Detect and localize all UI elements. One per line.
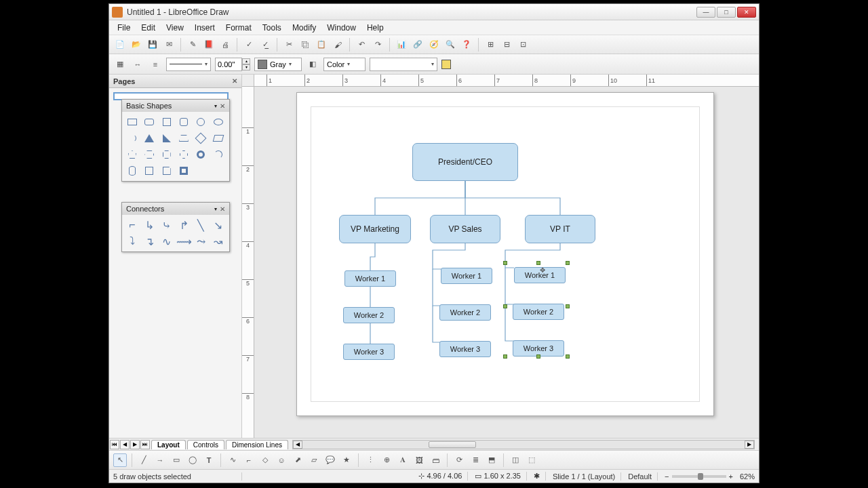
shape-pentagon[interactable] [125,147,140,162]
connector-10[interactable]: ⟿ [176,234,191,249]
tab-dimension[interactable]: Dimension Lines [226,440,288,449]
from-file-icon[interactable]: 🖼 [412,453,426,467]
connector-9[interactable]: ∿ [159,234,174,249]
menu-tools[interactable]: Tools [257,22,287,34]
pages-close-icon[interactable]: ✕ [232,77,237,85]
shadow-icon[interactable] [441,60,451,69]
arrange-icon[interactable]: ⬒ [485,453,498,467]
tab-next-icon[interactable]: ▶ [130,440,140,449]
arrow-tool-icon[interactable]: → [153,453,167,467]
box-vp-it[interactable]: VP IT [525,215,595,243]
selection-handle[interactable] [503,261,507,265]
flowchart-icon[interactable]: ▱ [307,453,321,467]
text-tool-icon[interactable]: T [202,453,216,467]
minimize-button[interactable]: — [696,7,715,18]
spin-up[interactable]: ▴ [242,58,250,64]
shape-frame[interactable] [176,163,191,178]
shape-can[interactable] [125,163,140,178]
grid-icon[interactable]: ⊞ [484,38,497,52]
selection-handle[interactable] [503,354,507,359]
format-paint-icon[interactable]: 🖌 [331,38,344,52]
points-icon[interactable]: ⋮ [363,453,377,467]
chevron-down-icon[interactable]: ▾ [214,103,217,109]
menu-file[interactable]: File [112,22,136,34]
selection-handle[interactable] [536,261,540,265]
box-sales-worker3[interactable]: Worker 3 [439,341,491,357]
glue-icon[interactable]: ⊕ [380,453,393,467]
line-color-dropdown[interactable]: Gray ▾ [254,58,302,71]
shape-ellipse[interactable] [211,115,226,129]
box-vp-marketing[interactable]: VP Marketing [339,215,411,243]
selection-handle[interactable] [566,354,570,359]
connector-8[interactable]: ↴ [142,234,157,249]
box-sales-worker1[interactable]: Worker 1 [441,268,492,284]
connector-11[interactable]: ⤳ [193,234,208,249]
connector-tool-icon[interactable]: ⌐ [242,453,256,467]
zoom-knob[interactable] [698,473,703,480]
tab-layout[interactable]: Layout [151,440,186,449]
shape-square[interactable] [159,115,174,129]
box-it-worker2[interactable]: Worker 2 [513,304,564,320]
basic-shapes-panel[interactable]: Basic Shapes ▾ ✕ [121,99,230,182]
shape-circle[interactable] [193,115,208,129]
menu-insert[interactable]: Insert [189,22,220,34]
connector-7[interactable]: ⤵ [125,234,140,249]
menu-modify[interactable]: Modify [287,22,321,34]
connector-5[interactable]: ╲ [193,218,208,232]
callout-icon[interactable]: 💬 [323,453,337,467]
connectors-panel[interactable]: Connectors ▾ ✕ ⌐ ↳ ⤷ ↱ ╲ ↘ ⤵ ↴ ∿ ⟿ ⤳ ↝ [121,202,230,252]
spin-down[interactable]: ▾ [242,64,250,70]
line-width-input[interactable] [215,58,242,71]
basic-shapes-tool-icon[interactable]: ◇ [258,453,272,467]
zoom-value[interactable]: 62% [740,472,755,481]
menu-view[interactable]: View [161,22,189,34]
selection-handle[interactable] [566,304,570,308]
shape-rounded-rect[interactable] [142,115,157,129]
copy-icon[interactable]: ⿻ [298,38,312,52]
line-style-icon[interactable]: ≡ [149,58,162,71]
guides-icon[interactable]: ⊟ [500,38,513,52]
hyperlink-icon[interactable]: 🔗 [411,38,425,52]
menu-window[interactable]: Window [321,22,361,34]
connector-4[interactable]: ↱ [176,218,191,232]
navigator-icon[interactable]: 🧭 [427,38,441,52]
snap-icon[interactable]: ⊡ [516,38,530,52]
chart-icon[interactable]: 📊 [395,38,408,52]
connector-2[interactable]: ↳ [142,218,157,232]
line-width-spin[interactable]: ▴▾ [215,58,250,71]
line-tool-icon[interactable]: ╱ [137,453,151,467]
shape-arc[interactable] [211,147,226,162]
ellipse-tool-icon[interactable]: ◯ [186,453,199,467]
close-button[interactable]: ✕ [737,7,756,18]
selection-handle[interactable] [536,354,540,359]
curve-tool-icon[interactable]: ∿ [226,453,239,467]
fill-type-dropdown[interactable]: Color▾ [323,58,366,71]
shape-rectangle[interactable] [125,115,140,129]
scroll-thumb[interactable] [429,441,476,448]
open-icon[interactable]: 📂 [130,38,143,52]
shape-rounded-square[interactable] [176,115,191,129]
symbol-shapes-icon[interactable]: ☺ [275,453,288,467]
fontwork-icon[interactable]: 𝐀 [396,453,410,467]
redo-icon[interactable]: ↷ [371,38,384,52]
rect-tool-icon[interactable]: ▭ [170,453,183,467]
tab-first-icon[interactable]: ⏮ [110,440,119,449]
scroll-left-icon[interactable]: ◀ [293,441,302,449]
connector-3[interactable]: ⤷ [159,218,174,232]
zoom-slider[interactable]: − + [665,472,733,481]
fill-color-dropdown[interactable]: ▾ [370,58,437,71]
box-mkt-worker2[interactable]: Worker 2 [343,307,395,323]
box-mkt-worker3[interactable]: Worker 3 [343,344,395,360]
menu-help[interactable]: Help [361,22,389,34]
zoom-in-icon[interactable]: + [729,472,733,481]
shape-cube[interactable] [142,163,157,178]
spellcheck-icon[interactable]: ✓ [242,38,256,52]
scroll-right-icon[interactable]: ▶ [745,441,754,449]
box-vp-sales[interactable]: VP Sales [430,215,500,243]
connector-1[interactable]: ⌐ [125,218,140,232]
shape-cross[interactable] [176,147,191,162]
pdf-icon[interactable]: 📕 [202,38,216,52]
shape-fold[interactable] [159,163,174,178]
extrusion-icon[interactable]: ◫ [509,453,522,467]
area-icon[interactable]: ◧ [306,58,319,71]
